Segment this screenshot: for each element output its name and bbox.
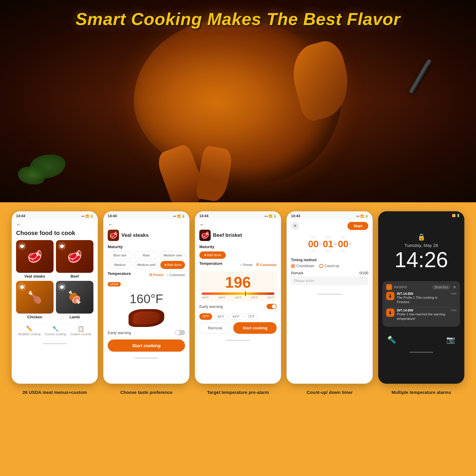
maturity-well-done[interactable]: ★Well done — [160, 261, 185, 269]
preset3-option[interactable]: ○ Preset — [240, 263, 253, 267]
probe-notif-icon2: 🌡 — [386, 309, 394, 317]
maturity-grid: Blue rare Rare Medium rare Medium Medium… — [108, 251, 185, 269]
beef-title: Beef brisket — [213, 232, 242, 238]
countup-label: Count-up — [325, 264, 339, 268]
start-button-orange[interactable]: Start — [347, 222, 368, 230]
well-done-badge[interactable]: ★Well done — [199, 251, 226, 259]
phone4-time: 14:44 — [291, 214, 300, 218]
battery-icon3: 🔋 — [273, 214, 277, 218]
modified-cooking-label: Modified cooking — [18, 333, 40, 336]
camera-icon[interactable]: 📷 — [446, 336, 455, 344]
ew-temp-1[interactable]: 18°F — [199, 313, 212, 320]
maturity3-label: Maturity — [199, 245, 277, 249]
countdown-label: Countdown — [296, 264, 314, 268]
countdown-radio[interactable]: Countdown — [291, 264, 314, 268]
temp-row: Temperature ⦿ Preset ○ Customize — [108, 271, 185, 278]
notif2-time: now — [451, 309, 456, 312]
nav-modified-cooking[interactable]: ✏️ Modified cooking — [18, 325, 40, 336]
early-warning-temps: 18°F 36°F 54°F 72°F — [199, 313, 277, 320]
food3-header: 🥩 Beef brisket — [199, 230, 277, 241]
phone1-status-bar: 14:44 ▪▪▪ 📶 🔋 — [12, 212, 98, 219]
timer-minutes-main: 01 — [323, 239, 333, 249]
customize3-option[interactable]: ⦿ Customize — [256, 263, 277, 267]
lamb-icon-overlay: 🍽️ — [58, 283, 66, 291]
maturity-medium-rare[interactable]: Medium rare — [160, 251, 185, 259]
phone1-screen-title: Choose food to cook — [16, 230, 93, 237]
maturity3-active: ★Well done — [199, 251, 277, 259]
signal-icon4: ▪▪▪ — [356, 214, 359, 218]
veal-icon-overlay: 🍽️ — [18, 242, 26, 250]
phone2-start-button[interactable]: Start cooking — [108, 339, 185, 352]
phone1-back-arrow[interactable]: ← — [16, 222, 93, 228]
signal-icon3: ▪▪▪ — [264, 214, 268, 218]
chicken-wing — [286, 37, 357, 123]
beef-thumb: 🥩 — [199, 230, 211, 241]
wifi-icon5: 📶 — [452, 214, 455, 217]
maturity-blue-rare[interactable]: Blue rare — [108, 251, 132, 259]
food-item-lamb[interactable]: 🍖 🍽️ Lamb — [56, 281, 93, 319]
phone5-status-bar: 📶 🔋 — [378, 212, 464, 218]
battery-icon5: 🔋 — [456, 214, 460, 217]
notif-header: 🌡 INKBIRD Show less ✕ — [386, 284, 456, 290]
gauge-bar[interactable] — [202, 292, 274, 295]
close-notif-icon[interactable]: ✕ — [453, 285, 456, 289]
phone1-status-icons: ▪▪▪ 📶 🔋 — [81, 214, 93, 218]
phone3-back-arrow[interactable]: ← — [199, 222, 277, 228]
early-warning3-row: Early warning — [199, 304, 277, 309]
remove-button[interactable]: Remove — [199, 322, 231, 334]
early-warning3-label: Early warning — [199, 304, 223, 309]
maturity-label: Maturity — [108, 245, 185, 249]
custom-cooking-icon: 🔧 — [52, 325, 59, 332]
radio-group: Countdown Count-up — [291, 264, 368, 268]
probe-notif-icon1: 🌡 — [386, 292, 394, 300]
early-warning-label: Early warning — [108, 331, 131, 335]
veal-title: Veal steaks — [121, 232, 149, 238]
ew-temp-2[interactable]: 36°F — [214, 313, 227, 320]
usda-badge: USDA — [108, 282, 121, 286]
phone2-back-arrow[interactable]: ← — [108, 222, 185, 228]
maturity-medium[interactable]: Medium — [108, 261, 132, 269]
phone3-status-icons: ▪▪▪ 📶 🔋 — [264, 214, 277, 218]
early-warning-toggle[interactable] — [175, 330, 185, 335]
food-item-veal-box[interactable]: 🥩 🍽️ — [16, 240, 54, 273]
customize-option[interactable]: ○ Customize — [167, 273, 185, 277]
start-cooking-button[interactable]: Start cooking — [233, 322, 277, 334]
ew-temp-4[interactable]: 72°F — [245, 313, 258, 320]
food-item-beef-box[interactable]: 🥩 🍽️ — [56, 240, 93, 273]
preset-option[interactable]: ⦿ Preset — [149, 273, 163, 277]
timing-method-label: Timing method — [291, 258, 368, 262]
ew-temp-3[interactable]: 54°F — [229, 313, 243, 320]
temp-gauge: 196 180°F 185°F 190°F 195°F 200°F — [199, 271, 277, 301]
food-item-beef[interactable]: 🥩 🍽️ Beef — [56, 240, 93, 278]
timer-seconds-main: 00 — [338, 239, 349, 249]
show-less-button[interactable]: Show less — [432, 285, 450, 289]
food-item-chicken[interactable]: 🍗 🍽️ Chicken — [16, 281, 54, 319]
lamb-emoji: 🍖 — [67, 290, 82, 304]
nav-custom-cooking[interactable]: 🔧 Custom cooking — [45, 325, 66, 336]
chicken-icon-overlay: 🍽️ — [18, 283, 26, 291]
food-item-veal-steaks[interactable]: 🥩 🍽️ Veal steaks — [16, 240, 54, 278]
phone4: 14:44 ▪▪▪ 📶 🔋 ✕ Start 00 — [286, 211, 373, 384]
remark-input[interactable]: Please enter — [291, 276, 368, 285]
notif1-text: The Probe 1 This cooking is Finished. — [397, 295, 449, 305]
notif1-title: INT-14-BW — [397, 292, 449, 295]
phone3-status-bar: 14:44 ▪▪▪ 📶 🔋 — [195, 212, 281, 219]
timer-minutes-group: 00 01 02 — [323, 235, 333, 253]
remark-count: 0/100 — [359, 271, 368, 275]
food-item-lamb-box[interactable]: 🍖 🍽️ — [56, 281, 93, 314]
phone4-container: 14:44 ▪▪▪ 📶 🔋 ✕ Start 00 — [286, 211, 373, 384]
phone3-home-indicator — [226, 340, 250, 341]
countup-radio[interactable]: Count-up — [319, 264, 339, 268]
temp-options: ⦿ Preset ○ Customize — [149, 273, 185, 277]
flashlight-icon[interactable]: 🔦 — [387, 336, 396, 344]
food-item-chicken-box[interactable]: 🍗 🍽️ — [16, 281, 54, 314]
temp-value: 160°F — [108, 292, 185, 306]
early-warning3-toggle[interactable] — [267, 304, 277, 309]
signal-icon2: ▪▪▪ — [173, 214, 176, 218]
maturity-medium-well[interactable]: Medium well — [134, 261, 159, 269]
gauge-label-1: 180°F — [202, 296, 209, 299]
maturity-rare[interactable]: Rare — [134, 251, 159, 259]
close-button[interactable]: ✕ — [291, 222, 299, 230]
nav-custom-records[interactable]: 📋 Custom records — [70, 325, 91, 336]
food-name-beef: Beef — [56, 274, 93, 278]
